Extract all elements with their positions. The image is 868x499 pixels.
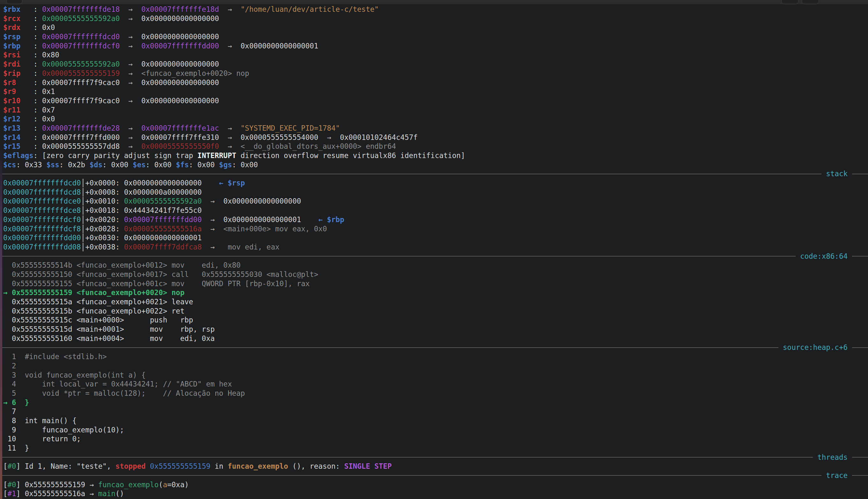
text-segment: $r10 bbox=[3, 97, 34, 105]
text-segment: $rcx bbox=[3, 14, 34, 23]
text-segment: 5 void *ptr = malloc(128); // Alocação n… bbox=[3, 389, 245, 397]
text-segment: : bbox=[34, 124, 42, 132]
text-segment: $rip bbox=[3, 69, 34, 77]
wallpaper-edge-strip bbox=[0, 150, 2, 499]
text-segment: │ bbox=[81, 179, 85, 187]
separator-stack: stack bbox=[0, 169, 868, 179]
text-segment: 0x00005555555592a0 bbox=[42, 60, 120, 68]
text-segment: $rbx bbox=[3, 5, 34, 13]
text-segment: 0x55555555515b <funcao_exemplo+0022> ret bbox=[3, 307, 184, 315]
stack-line: 0x00007fffffffdce0│+0x0010: 0x0000555555… bbox=[3, 197, 868, 206]
text-segment: $ss bbox=[46, 161, 59, 169]
text-segment: → bbox=[120, 14, 142, 23]
text-segment: 0x0000555555557dd8 bbox=[42, 142, 120, 150]
text-segment: 0x0000555555554000 bbox=[241, 133, 318, 142]
text-segment: 0x0000000000000001 bbox=[241, 42, 318, 50]
text-segment: ( bbox=[159, 480, 163, 489]
text-segment: $rbp bbox=[3, 42, 34, 50]
registers-line: $r8 : 0x00007ffff7f9cac0 → 0x00000000000… bbox=[3, 78, 868, 87]
section-title: threads bbox=[813, 453, 852, 462]
window-tab[interactable] bbox=[7, 0, 22, 4]
text-segment: 0x555555555159 <funcao_exemplo+0020> nop bbox=[12, 288, 184, 297]
text-segment: → bbox=[318, 133, 340, 142]
text-segment: #1 bbox=[8, 489, 16, 498]
text-segment: → bbox=[120, 33, 142, 41]
trace-line: [#1] 0x55555555516a → main() bbox=[3, 489, 868, 498]
text-segment: 0x44434241f7fe55c0 bbox=[124, 206, 202, 215]
text-segment: 10 return 0; bbox=[3, 435, 81, 443]
text-segment: 0x00007fffffffe1ac bbox=[142, 124, 219, 132]
terminal-content: $rbx : 0x00007fffffffde18 → 0x00007fffff… bbox=[0, 5, 868, 498]
text-segment: 0x00007fffffffdcd0 bbox=[3, 179, 81, 187]
text-segment: =0xa) bbox=[167, 480, 189, 489]
text-segment: 0x00007fffffffdd00 bbox=[3, 234, 81, 242]
text-segment: +0x0008: bbox=[85, 188, 124, 196]
stack-line: 0x00007fffffffdcd8│+0x0008: 0x0000000a00… bbox=[3, 188, 868, 197]
text-segment: 0x0000000a00000000 bbox=[124, 188, 202, 196]
text-segment: +0x0038: bbox=[85, 243, 124, 251]
source-line: → 6 } bbox=[3, 398, 868, 407]
text-segment: SINGLE STEP bbox=[344, 462, 392, 470]
text-segment: 0x0000000000000000 bbox=[223, 197, 301, 205]
text-segment: → bbox=[120, 42, 142, 50]
code-line: 0x55555555515b <funcao_exemplo+0022> ret bbox=[3, 306, 868, 316]
stack-line: 0x00007fffffffdd08│+0x0038: 0x00007ffff7… bbox=[3, 243, 868, 252]
text-segment: 6 } bbox=[12, 398, 29, 406]
separator-line bbox=[852, 256, 868, 256]
text-segment: 0x00005555555550f0 bbox=[142, 142, 219, 150]
text-segment: → bbox=[120, 97, 142, 105]
text-segment: 0x00007ffff7f9cac0 bbox=[42, 78, 120, 87]
text-segment: () bbox=[115, 489, 124, 498]
text-segment: $r15 bbox=[3, 142, 34, 150]
registers-line: $r12 : 0x0 bbox=[3, 114, 868, 124]
text-segment: : 0x33 bbox=[16, 161, 47, 169]
text-segment: 0x80 bbox=[42, 51, 59, 59]
text-segment: → bbox=[219, 142, 241, 150]
text-segment: $cs bbox=[3, 161, 16, 169]
text-segment: +0x0030: bbox=[85, 234, 124, 242]
text-segment: [ bbox=[3, 480, 8, 489]
text-segment: │ bbox=[81, 197, 85, 205]
text-segment: → bbox=[219, 42, 241, 50]
trace-line: [#0] 0x555555555159 → funcao_exemplo(a=0… bbox=[3, 480, 868, 489]
text-segment: 1 #include <stdlib.h> bbox=[3, 352, 107, 361]
separator-line bbox=[0, 475, 821, 476]
window-tab[interactable] bbox=[802, 0, 819, 4]
text-segment: : bbox=[34, 151, 42, 160]
text-segment: +0x0028: bbox=[85, 224, 124, 233]
registers-line: $rbp : 0x00007fffffffdcf0 → 0x00007fffff… bbox=[3, 41, 868, 51]
text-segment: 4 int local_var = 0x44434241; // "ABCD" … bbox=[3, 380, 232, 388]
terminal-screen[interactable]: $rbx : 0x00007fffffffde18 → 0x00007fffff… bbox=[0, 0, 868, 499]
registers-line: $rdx : 0x0 bbox=[3, 23, 868, 32]
text-segment: : 0x00 bbox=[146, 161, 176, 169]
registers-line: $rbx : 0x00007fffffffde18 → 0x00007fffff… bbox=[3, 5, 868, 14]
source-line: 9 funcao_exemplo(10); bbox=[3, 425, 868, 435]
text-segment: : 0x00 bbox=[189, 161, 219, 169]
registers-line: $r10 : 0x00007ffff7f9cac0 → 0x0000000000… bbox=[3, 96, 868, 106]
text-segment: 0x00007fffffffe18d bbox=[142, 5, 219, 13]
text-segment: 0x55555555514b <funcao_exemplo+0012> mov… bbox=[3, 261, 241, 269]
section-title: source:heap.c+6 bbox=[779, 343, 852, 352]
text-segment: 0x000055555555516a bbox=[124, 224, 202, 233]
section-title: trace bbox=[821, 471, 852, 480]
separator-line bbox=[852, 174, 868, 174]
text-segment: : bbox=[34, 87, 42, 96]
text-segment: [ bbox=[3, 462, 8, 470]
text-segment: │ bbox=[81, 243, 85, 251]
window-tab[interactable] bbox=[781, 0, 798, 4]
registers-line: $rip : 0x0000555555555159 → <funcao_exem… bbox=[3, 69, 868, 78]
text-segment: 11 } bbox=[3, 444, 29, 452]
text-segment: │ bbox=[81, 234, 85, 242]
text-segment: [ bbox=[3, 489, 8, 498]
text-segment bbox=[301, 216, 318, 224]
text-segment: 0x55555555515c <main+0000> push rbp bbox=[3, 316, 193, 324]
text-segment: 0x1 bbox=[42, 87, 55, 96]
text-segment: 0x00010102464c457f bbox=[340, 133, 418, 142]
text-segment: ] 0x555555555159 → bbox=[16, 480, 98, 489]
text-segment: 8 int main() { bbox=[3, 416, 76, 425]
text-segment: → bbox=[120, 78, 142, 87]
text-segment: : bbox=[34, 142, 42, 150]
text-segment: +0x0010: bbox=[85, 197, 124, 205]
section-title: code:x86:64 bbox=[796, 252, 852, 261]
text-segment: : bbox=[34, 69, 42, 77]
